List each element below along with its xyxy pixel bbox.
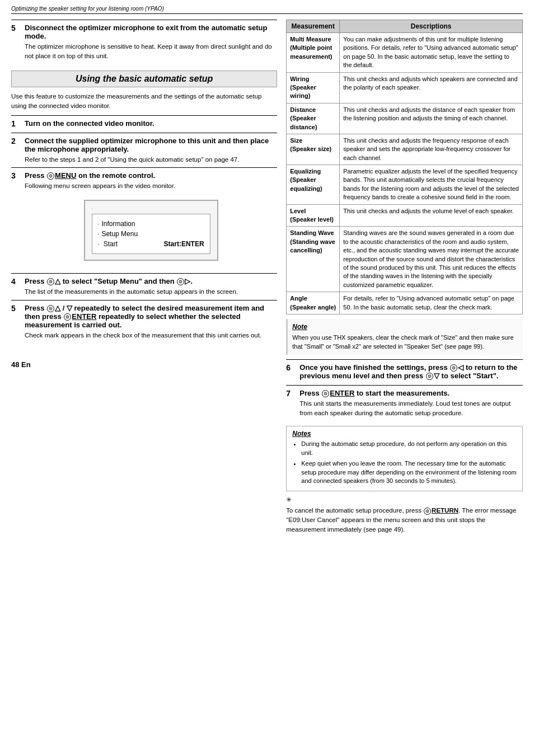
step4-title: Press ⊙△ to select "Setup Menu" and then… [25,277,277,285]
table-row: Level(Speaker level)This unit checks and… [287,204,523,227]
right-column: Measurement Descriptions Multi Measure(M… [286,20,523,534]
step-6: 6 Once you have finished the settings, p… [286,359,523,385]
menu-screenshot: · · Information · Setup Menu [84,200,218,261]
table-row: Standing Wave(Standing wavecancelling)St… [287,227,523,292]
step-3: 3 Press ⊙MENU on the remote control. Fol… [11,167,277,273]
cancel-note: To cancel the automatic setup procedure,… [286,506,523,534]
page-number: 48 En [11,360,277,369]
menu-item-start: · Start Start:ENTER [98,239,204,249]
notes-list: During the automatic setup procedure, do… [292,440,517,486]
table-cell-label: Distance(Speakerdistance) [287,103,340,134]
table-header-descriptions: Descriptions [340,20,523,33]
page-header: Optimizing the speaker setting for your … [11,6,523,14]
note-box: Note When you use THX speakers, clear th… [286,319,523,355]
cancel-note-section: ✳ To cancel the automatic setup procedur… [286,496,523,534]
remote-icon-5: ⊙ [64,313,71,321]
notes-list-item: During the automatic setup procedure, do… [301,440,517,458]
remote-icon-8: ⊙ [322,390,329,397]
note-title: Note [292,322,518,332]
table-cell-desc: This unit checks and adjusts the volume … [340,204,523,227]
table-cell-desc: You can make adjustments of this unit fo… [340,33,523,73]
table-cell-label: Angle(Speaker angle) [287,292,340,314]
step-7: 7 Press ⊙ENTER to start the measurements… [286,385,523,421]
table-cell-label: Wiring(Speaker wiring) [287,72,340,103]
remote-icon-3: ⊙ [177,278,184,285]
notes-title: Notes [292,430,517,438]
remote-icon-6: ⊙ [450,364,457,372]
table-cell-desc: This unit checks and adjusts the frequen… [340,134,523,165]
notes-box: Notes During the automatic setup procedu… [286,426,523,492]
menu-item-information: · Information [98,219,204,229]
step7-title: Press ⊙ENTER to start the measurements. [299,389,523,397]
note-body: When you use THX speakers, clear the che… [292,334,518,351]
table-row: Distance(Speakerdistance)This unit check… [287,103,523,134]
table-cell-label: Level(Speaker level) [287,204,340,227]
table-cell-desc: This unit checks and adjusts which speak… [340,72,523,103]
table-row: Angle(Speaker angle)For details, refer t… [287,292,523,314]
table-cell-desc: For details, refer to "Using advanced au… [340,292,523,314]
table-row: Equalizing(Speakerequalizing)Parametric … [287,165,523,205]
table-cell-desc: Standing waves are the sound waves gener… [340,227,523,292]
remote-icon-4: ⊙ [47,305,54,312]
tip-icon: ✳ [286,496,523,504]
remote-icon: ⊙ [47,172,54,180]
table-cell-label: Size(Speaker size) [287,134,340,165]
table-row: Size(Speaker size)This unit checks and a… [287,134,523,165]
step-1: 1 Turn on the connected video monitor. [11,115,277,133]
step5-bottom-title: Press ⊙△ / ▽ repeatedly to select the de… [25,304,277,329]
table-cell-desc: Parametric equalizer adjusts the level o… [340,165,523,205]
menu-enter-label: Start:ENTER [164,240,204,248]
section-heading: Using the basic automatic setup [11,71,277,87]
table-cell-label: Standing Wave(Standing wavecancelling) [287,227,340,292]
table-cell-label: Multi Measure(Multiple pointmeasurement) [287,33,340,73]
notes-list-item: Keep quiet when you leave the room. The … [301,459,517,486]
step-2: 2 Connect the supplied optimizer microph… [11,133,277,168]
step-5-top: 5 Disconnect the optimizer microphone to… [11,20,277,64]
table-row: Wiring(Speaker wiring)This unit checks a… [287,72,523,103]
left-column: 5 Disconnect the optimizer microphone to… [11,20,277,534]
section-intro: Use this feature to customize the measur… [11,92,277,110]
table-header-measurement: Measurement [287,20,340,33]
step6-title: Once you have finished the settings, pre… [299,363,523,380]
step-4: 4 Press ⊙△ to select "Setup Menu" and th… [11,273,277,300]
remote-icon-9: ⊙ [424,508,431,515]
table-row: Multi Measure(Multiple pointmeasurement)… [287,33,523,73]
table-cell-label: Equalizing(Speakerequalizing) [287,165,340,205]
step-5-bottom: 5 Press ⊙△ / ▽ repeatedly to select the … [11,300,277,344]
measurements-table: Measurement Descriptions Multi Measure(M… [286,20,523,314]
menu-screenshot-container: · · Information · Setup Menu [25,195,277,265]
step3-title: Press ⊙MENU on the remote control. [25,171,277,180]
remote-icon-7: ⊙ [426,373,433,380]
table-cell-desc: This unit checks and adjusts the distanc… [340,103,523,134]
menu-item-setup: · Setup Menu [98,229,204,239]
remote-icon-2: ⊙ [47,278,54,285]
